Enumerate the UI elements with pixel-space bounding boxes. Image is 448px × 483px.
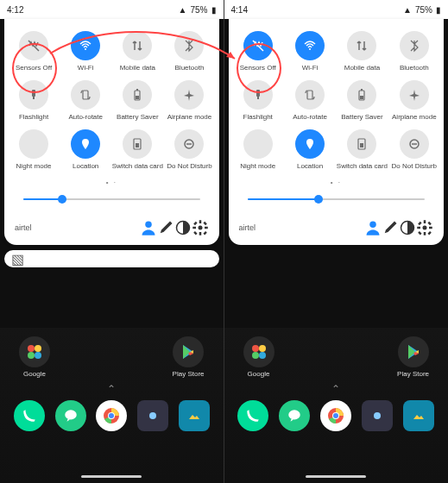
folder-label: Play Store	[397, 370, 429, 378]
tile-location[interactable]: Location	[60, 129, 111, 170]
bt-icon	[174, 31, 204, 60]
gallery-app[interactable]	[179, 400, 210, 431]
tile-battery-saver[interactable]: Battery Saver	[336, 80, 388, 121]
tile-switch-data[interactable]: Switch data card	[111, 129, 163, 170]
tile-label: Airplane mode	[167, 113, 212, 121]
tile-label: Do Not Disturb	[392, 162, 437, 170]
folder-label: Google	[248, 370, 270, 378]
tile-label: Battery Saver	[117, 113, 158, 121]
tile-night-mode[interactable]: Night mode	[232, 129, 284, 170]
edit-icon[interactable]	[157, 219, 174, 236]
edit-icon[interactable]	[382, 219, 399, 236]
dock	[224, 397, 449, 431]
folder-google[interactable]: Google	[243, 336, 274, 378]
app-drawer-caret[interactable]: ⌃	[224, 378, 449, 397]
brightness-slider[interactable]	[229, 188, 445, 214]
wifi-icon	[71, 31, 100, 60]
home-screen: Google Play Store ⌃	[0, 328, 224, 483]
rotate-icon	[71, 80, 100, 110]
nav-bar[interactable]	[306, 475, 366, 478]
app-drawer-caret[interactable]: ⌃	[0, 378, 224, 397]
tile-label: Do Not Disturb	[167, 162, 211, 170]
chrome-app[interactable]	[96, 400, 127, 431]
messages-app[interactable]	[279, 400, 310, 431]
dnd-icon	[174, 129, 204, 159]
folder-play store[interactable]: Play Store	[397, 336, 429, 378]
settings-icon[interactable]	[416, 219, 433, 236]
plane-icon	[174, 80, 204, 110]
messages-app[interactable]	[55, 400, 86, 431]
tile-wifi[interactable]: Wi-Fi	[60, 31, 111, 72]
tile-dnd[interactable]: Do Not Disturb	[388, 129, 440, 170]
chrome-app[interactable]	[320, 400, 351, 431]
data-icon	[347, 31, 376, 60]
svg-point-36	[35, 352, 41, 359]
rotate-icon	[295, 80, 325, 110]
svg-point-37	[65, 410, 77, 419]
svg-point-50	[374, 412, 381, 419]
tile-label: Wi-Fi	[78, 64, 94, 72]
svg-point-43	[259, 345, 266, 352]
svg-point-49	[333, 413, 338, 418]
clock: 4:12	[7, 5, 23, 15]
tile-airplane[interactable]: Airplane mode	[388, 80, 440, 121]
tile-sensors-off[interactable]: Sensors Off	[232, 31, 284, 72]
flash-icon	[243, 80, 273, 110]
user-icon[interactable]	[140, 219, 157, 236]
nav-bar[interactable]	[81, 475, 142, 478]
svg-point-46	[289, 410, 301, 419]
brightness-slider[interactable]	[4, 188, 219, 214]
camera-app[interactable]	[137, 400, 168, 431]
settings-icon[interactable]	[192, 219, 209, 236]
folder-google[interactable]: Google	[19, 336, 50, 378]
tile-mobile-data[interactable]: Mobile data	[111, 31, 163, 72]
tile-sensors-off[interactable]: Sensors Off	[8, 31, 60, 72]
tile-auto-rotate[interactable]: Auto-rotate	[60, 80, 111, 121]
wifi-icon	[295, 31, 325, 60]
page-dots: • ·	[229, 173, 445, 188]
user-icon[interactable]	[364, 219, 382, 236]
sim-icon	[347, 129, 376, 159]
tile-switch-data[interactable]: Switch data card	[336, 129, 388, 170]
battery-icon: ▮	[436, 5, 441, 15]
camera-app[interactable]	[362, 400, 393, 431]
phone-app[interactable]	[237, 400, 268, 431]
data-icon	[123, 31, 152, 60]
tile-bluetooth[interactable]: Bluetooth	[163, 31, 215, 72]
tile-wifi[interactable]: Wi-Fi	[284, 31, 336, 72]
sensors-icon	[19, 31, 48, 60]
tile-mobile-data[interactable]: Mobile data	[336, 31, 388, 72]
tile-airplane[interactable]: Airplane mode	[163, 80, 215, 121]
theme-icon[interactable]	[399, 219, 416, 236]
batt-icon	[123, 80, 152, 110]
home-screen: Google Play Store ⌃	[224, 328, 449, 483]
tile-bluetooth[interactable]: Bluetooth	[388, 31, 440, 72]
theme-icon[interactable]	[174, 219, 192, 236]
folder-label: Google	[23, 370, 46, 378]
tile-night-mode[interactable]: Night mode	[8, 129, 60, 170]
tile-flashlight[interactable]: Flashlight	[232, 80, 284, 121]
dock	[0, 397, 224, 431]
tile-dnd[interactable]: Do Not Disturb	[163, 129, 215, 170]
folder-play store[interactable]: Play Store	[173, 336, 205, 378]
phone-left: 4:12 ▲ 75% ▮ Sensors Off Wi-Fi Mobile da…	[0, 0, 224, 483]
tile-battery-saver[interactable]: Battery Saver	[111, 80, 163, 121]
tile-location[interactable]: Location	[284, 129, 336, 170]
tile-label: Wi-Fi	[302, 64, 319, 72]
notification-card[interactable]: ▧	[4, 250, 219, 267]
tile-label: Sensors Off	[240, 64, 276, 72]
carrier-label: airtel	[15, 223, 32, 232]
tile-label: Bluetooth	[400, 64, 429, 72]
moon-icon	[243, 129, 273, 159]
svg-point-45	[259, 352, 266, 359]
tile-auto-rotate[interactable]: Auto-rotate	[284, 80, 336, 121]
svg-point-42	[252, 345, 259, 352]
loc-icon	[295, 129, 325, 159]
phone-app[interactable]	[14, 400, 45, 431]
svg-point-41	[149, 412, 156, 419]
battery-pct: 75%	[415, 5, 432, 15]
tile-flashlight[interactable]: Flashlight	[8, 80, 60, 121]
signal-icon: ▲	[179, 5, 187, 15]
gallery-app[interactable]	[403, 400, 434, 431]
tile-label: Location	[297, 162, 323, 170]
